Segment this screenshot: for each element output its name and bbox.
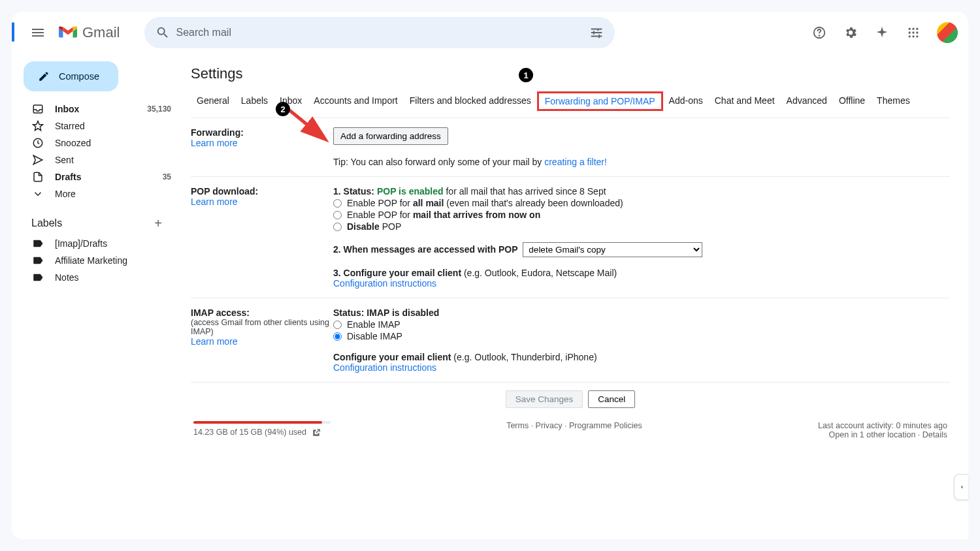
pop-status-value: POP is enabled (377, 186, 444, 197)
storage-text: 14.23 GB of 15 GB (94%) used (193, 428, 306, 437)
add-forwarding-address-button[interactable]: Add a forwarding address (333, 127, 448, 145)
label-item[interactable]: [Imap]/Drafts (17, 235, 179, 252)
save-row: Save Changes Cancel (191, 382, 950, 416)
label-item[interactable]: Notes (17, 269, 179, 286)
tab-accounts-and-import[interactable]: Accounts and Import (308, 91, 403, 111)
header-actions (806, 20, 958, 46)
window-accent-bar (12, 22, 14, 42)
forwarding-learn-more[interactable]: Learn more (191, 138, 238, 148)
sparkle-icon (875, 25, 889, 40)
details-link[interactable]: Details (923, 430, 947, 439)
pop-option-all-mail[interactable]: Enable POP for all mail (even mail that'… (333, 198, 950, 208)
clock-icon (31, 136, 44, 150)
nav-label: Starred (55, 121, 161, 131)
pop-option-disable[interactable]: Disable POP (333, 221, 950, 232)
open-external-icon[interactable] (312, 428, 321, 437)
nav-label: Drafts (55, 172, 152, 182)
imap-learn-more[interactable]: Learn more (191, 336, 238, 347)
svg-point-5 (909, 31, 911, 33)
pop-option-now-on[interactable]: Enable POP for mail that arrives from no… (333, 210, 950, 220)
imap-option-disable[interactable]: Disable IMAP (333, 331, 950, 341)
svg-point-4 (916, 28, 918, 30)
pop-radio-all[interactable] (333, 199, 342, 208)
nav-item-starred[interactable]: Starred (17, 118, 179, 134)
pop-status-suffix: for all mail that has arrived since 8 Se… (444, 186, 606, 197)
pop-learn-more[interactable]: Learn more (191, 197, 238, 207)
imap-sub: (access Gmail from other clients using I… (191, 318, 333, 336)
nav-item-more[interactable]: More (17, 185, 179, 202)
open-location-text: Open in 1 other location (829, 430, 916, 439)
gemini-button[interactable] (869, 20, 895, 46)
label-text: Notes (55, 272, 171, 283)
label-icon (31, 237, 44, 250)
svg-point-8 (909, 35, 911, 37)
pop-label: POP download: (191, 186, 333, 197)
imap-radio-enable[interactable] (333, 321, 342, 329)
label-item[interactable]: Affiliate Marketing (17, 252, 179, 269)
search-icon[interactable] (150, 20, 176, 46)
forwarding-tip-text: Tip: You can also forward only some of y… (333, 157, 544, 167)
tab-general[interactable]: General (191, 91, 235, 111)
nav-item-drafts[interactable]: Drafts35 (17, 168, 179, 185)
gmail-logo[interactable]: Gmail (59, 24, 120, 41)
pop-config-link[interactable]: Configuration instructions (333, 278, 436, 289)
imap-radio-disable[interactable] (333, 332, 342, 341)
svg-point-7 (916, 31, 918, 33)
side-panel-toggle[interactable] (954, 474, 968, 500)
create-filter-link[interactable]: creating a filter! (544, 157, 607, 167)
pop-radio-now[interactable] (333, 211, 342, 219)
account-avatar[interactable] (937, 22, 958, 43)
tab-filters-and-blocked-addresses[interactable]: Filters and blocked addresses (404, 91, 537, 111)
tab-labels[interactable]: Labels (235, 91, 274, 111)
pop-radio-disable[interactable] (333, 223, 342, 231)
search-options-icon[interactable] (583, 20, 610, 46)
app-header: Gmail (12, 12, 968, 54)
privacy-link[interactable]: Privacy (536, 421, 563, 430)
save-changes-button[interactable]: Save Changes (506, 390, 583, 408)
tab-themes[interactable]: Themes (871, 91, 916, 111)
send-icon (31, 153, 44, 166)
label-icon (31, 254, 44, 267)
pop-action-select[interactable]: delete Gmail's copy (523, 242, 702, 257)
chevron-down-icon (31, 187, 44, 200)
tab-forwarding-and-pop-imap[interactable]: Forwarding and POP/IMAP (537, 91, 663, 111)
last-activity-text: Last account activity: 0 minutes ago (818, 421, 947, 430)
svg-point-9 (912, 35, 914, 37)
imap-conf-suffix: (e.g. Outlook, Thunderbird, iPhone) (451, 352, 596, 362)
imap-status: Status: IMAP is disabled (333, 307, 950, 318)
settings-button[interactable] (838, 20, 864, 46)
settings-tabs: GeneralLabelsInboxAccounts and ImportFil… (191, 91, 950, 111)
terms-link[interactable]: Terms (506, 421, 529, 430)
menu-button[interactable] (22, 17, 54, 48)
imap-section: IMAP access: (access Gmail from other cl… (191, 298, 950, 382)
nav-label: Sent (55, 155, 161, 165)
cancel-button[interactable]: Cancel (588, 390, 635, 408)
help-button[interactable] (806, 20, 832, 46)
nav-item-inbox[interactable]: Inbox35,130 (17, 101, 179, 118)
search-bar[interactable] (144, 17, 615, 48)
nav-label: Snoozed (55, 138, 161, 148)
tab-inbox[interactable]: Inbox (274, 91, 308, 111)
nav-item-sent[interactable]: Sent (17, 151, 179, 168)
tab-advanced[interactable]: Advanced (781, 91, 833, 111)
tab-add-ons[interactable]: Add-ons (663, 91, 709, 111)
policies-link[interactable]: Programme Policies (569, 421, 642, 430)
tab-chat-and-meet[interactable]: Chat and Meet (709, 91, 781, 111)
nav-count: 35,130 (147, 104, 171, 114)
nav-item-snoozed[interactable]: Snoozed (17, 134, 179, 151)
gear-icon (843, 25, 858, 40)
settings-main: Settings GeneralLabelsInboxAccounts and … (179, 54, 968, 539)
compose-button[interactable]: Compose (24, 61, 118, 91)
svg-point-1 (819, 35, 820, 36)
search-input[interactable] (176, 27, 583, 39)
apps-button[interactable] (900, 20, 926, 46)
imap-config-link[interactable]: Configuration instructions (333, 362, 436, 373)
tab-offline[interactable]: Offline (833, 91, 871, 111)
imap-label: IMAP access: (191, 307, 333, 318)
nav-count: 35 (163, 172, 171, 181)
gmail-logo-text: Gmail (82, 24, 120, 41)
svg-point-3 (912, 28, 914, 30)
forwarding-section: Forwarding: Learn more Add a forwarding … (191, 118, 950, 176)
add-label-button[interactable]: + (149, 214, 167, 232)
imap-option-enable[interactable]: Enable IMAP (333, 319, 950, 330)
